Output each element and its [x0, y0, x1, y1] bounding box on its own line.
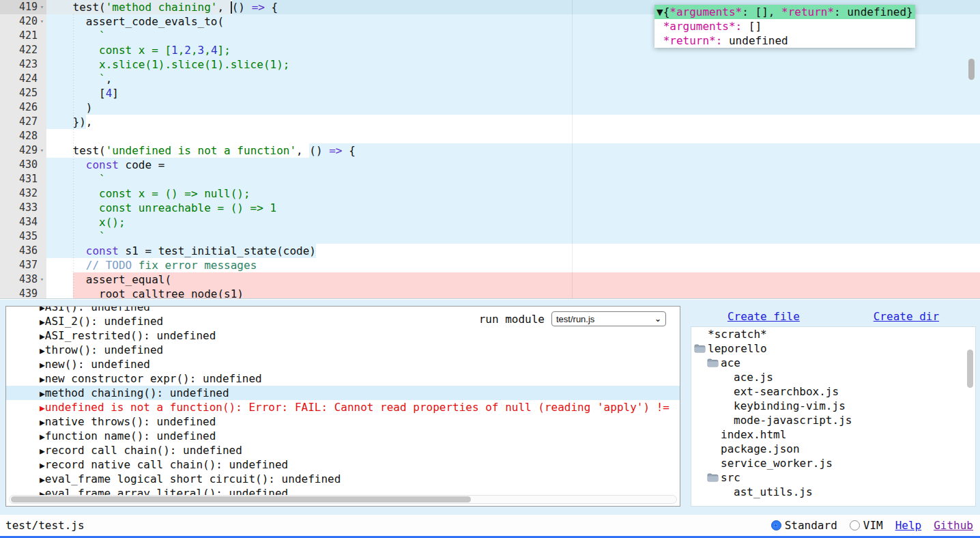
- code-token: `: [46, 229, 106, 244]
- expand-triangle-icon[interactable]: ▶: [40, 388, 45, 399]
- gutter-line: 426: [0, 100, 46, 115]
- code-token: root_calltree_node(s1): [73, 287, 244, 299]
- tree-file[interactable]: ext-searchbox.js: [691, 384, 975, 399]
- line-number: 429: [19, 143, 38, 158]
- help-link[interactable]: Help: [895, 519, 922, 532]
- tree-folder[interactable]: src: [691, 470, 975, 485]
- test-result-item[interactable]: ▶throw(): undefined: [6, 343, 680, 357]
- github-link[interactable]: Github: [934, 519, 973, 532]
- editor-gutter: 419▾420▾421422423424425426427428429▾4304…: [0, 0, 46, 299]
- radio-selected-icon[interactable]: [771, 520, 781, 530]
- code-token: ];: [218, 43, 231, 57]
- code-line[interactable]: }),: [46, 115, 980, 129]
- test-result-item[interactable]: ▶eval_frame logical short circuit(): und…: [6, 472, 680, 486]
- keybinding-mode-option[interactable]: VIM: [850, 519, 883, 532]
- code-token: *arguments*: [669, 5, 742, 18]
- chevron-down-icon: ⌄: [654, 314, 661, 324]
- expand-triangle-icon[interactable]: ▶: [40, 306, 45, 313]
- code-token: x();: [46, 215, 126, 229]
- code-line[interactable]: // TODO fix error messages: [46, 258, 980, 272]
- test-result-item[interactable]: ▶new(): undefined: [6, 357, 680, 371]
- test-result-item[interactable]: ▶ASI_restrited(): undefined: [6, 328, 680, 343]
- tree-file[interactable]: keybinding-vim.js: [691, 399, 975, 413]
- line-number: 423: [19, 57, 38, 72]
- tree-file[interactable]: index.html: [691, 427, 975, 442]
- tree-file[interactable]: *scratch*: [691, 327, 975, 341]
- code-editor[interactable]: 419▾420▾421422423424425426427428429▾4304…: [0, 0, 980, 299]
- code-line[interactable]: x.slice(1).slice(1).slice(1);: [46, 57, 980, 72]
- keybinding-mode-option[interactable]: Standard: [771, 519, 837, 532]
- code-token: }): [46, 115, 86, 129]
- code-token: ,: [217, 0, 230, 14]
- code-line[interactable]: const s1 = test_initial_state(code): [46, 244, 980, 258]
- tree-vertical-scrollbar[interactable]: [967, 350, 973, 388]
- code-line[interactable]: `: [46, 229, 980, 244]
- tree-file[interactable]: mode-javascript.js: [691, 413, 975, 427]
- test-result-label: throw(): undefined: [45, 343, 163, 356]
- fold-caret-icon[interactable]: ▾: [38, 14, 46, 29]
- fold-caret-icon[interactable]: ▾: [38, 143, 46, 158]
- fold-caret-icon[interactable]: ▾: [38, 272, 46, 287]
- code-line[interactable]: root_calltree_node(s1): [46, 287, 980, 299]
- code-line[interactable]: const code =: [46, 158, 980, 172]
- expand-triangle-icon[interactable]: ▶: [40, 417, 45, 427]
- results-scrollbar-thumb[interactable]: [11, 496, 471, 502]
- tooltip-header[interactable]: ▼{*arguments*: [], *return*: undefined}: [654, 5, 915, 19]
- tooltip-entry[interactable]: *arguments*: []: [654, 19, 915, 33]
- results-horizontal-scrollbar[interactable]: [9, 495, 677, 504]
- editor-vertical-scrollbar[interactable]: [968, 59, 975, 80]
- create-file-link[interactable]: Create file: [727, 310, 800, 323]
- test-result-item[interactable]: ▶native throws(): undefined: [6, 414, 680, 429]
- tree-file[interactable]: package.json: [691, 442, 975, 456]
- expand-triangle-icon[interactable]: ▶: [40, 317, 45, 327]
- expand-triangle-icon[interactable]: ▶: [40, 460, 45, 470]
- tooltip-entry[interactable]: *return*: undefined: [654, 33, 915, 48]
- test-result-item[interactable]: ▶record native call chain(): undefined: [6, 457, 680, 472]
- expand-triangle-icon[interactable]: ▶: [40, 431, 45, 442]
- code-line[interactable]: ): [46, 100, 980, 115]
- test-result-item[interactable]: ▶undefined is not a function(): Error: F…: [6, 400, 680, 414]
- radio-unselected-icon[interactable]: [850, 520, 860, 530]
- code-line[interactable]: const unreachable = () => 1: [46, 201, 980, 215]
- create-dir-link[interactable]: Create dir: [874, 310, 939, 323]
- code-line[interactable]: test('undefined is not a function', () =…: [46, 143, 980, 158]
- expand-triangle-icon[interactable]: ▶: [40, 446, 45, 456]
- code-line[interactable]: assert_equal(: [46, 272, 980, 287]
- expand-triangle-icon[interactable]: ▶: [40, 331, 45, 341]
- expand-triangle-icon[interactable]: ▶: [40, 345, 45, 356]
- test-result-item[interactable]: ▶function name(): undefined: [6, 429, 680, 443]
- tree-folder[interactable]: leporello: [691, 341, 975, 356]
- code-token: 'undefined is not a function': [106, 143, 296, 158]
- test-result-label: function name(): undefined: [45, 429, 216, 442]
- test-result-item[interactable]: ▶new constructor expr(): undefined: [6, 371, 680, 386]
- expand-triangle-icon[interactable]: ▶: [40, 475, 45, 485]
- expand-triangle-icon[interactable]: ▶: [40, 374, 45, 384]
- code-token: const: [86, 158, 119, 172]
- code-token: `: [46, 29, 106, 43]
- tree-folder[interactable]: ace: [691, 356, 975, 370]
- value-inspector-tooltip[interactable]: ▼{*arguments*: [], *return*: undefined} …: [654, 5, 915, 48]
- run-module-select[interactable]: test/run.js ⌄: [551, 311, 666, 326]
- code-line[interactable]: const x = () => null();: [46, 186, 980, 201]
- code-line-fill: [316, 244, 980, 258]
- code-line[interactable]: `: [46, 172, 980, 186]
- tree-file[interactable]: ace.js: [691, 370, 975, 384]
- test-result-item[interactable]: ▶method chaining(): undefined: [6, 386, 680, 400]
- code-line[interactable]: [4]: [46, 86, 980, 100]
- expand-triangle-icon[interactable]: ▶: [40, 360, 45, 370]
- tree-file[interactable]: service_worker.js: [691, 456, 975, 470]
- code-token: 4: [106, 86, 113, 100]
- expand-triangle-icon[interactable]: ▶: [40, 403, 45, 413]
- tree-item-label: mode-javascript.js: [734, 413, 852, 427]
- code-line[interactable]: [46, 129, 980, 143]
- code-line[interactable]: x();: [46, 215, 980, 229]
- code-line-fill: [112, 72, 980, 86]
- fold-caret-icon[interactable]: ▾: [38, 0, 46, 14]
- line-number: 422: [19, 43, 38, 57]
- code-line[interactable]: `,: [46, 72, 980, 86]
- code-token: test(: [46, 0, 106, 14]
- test-result-item[interactable]: ▶record call chain(): undefined: [6, 443, 680, 457]
- tree-file[interactable]: ast_utils.js: [691, 485, 975, 499]
- code-token: []: [742, 20, 762, 33]
- gutter-line: 435: [0, 229, 46, 244]
